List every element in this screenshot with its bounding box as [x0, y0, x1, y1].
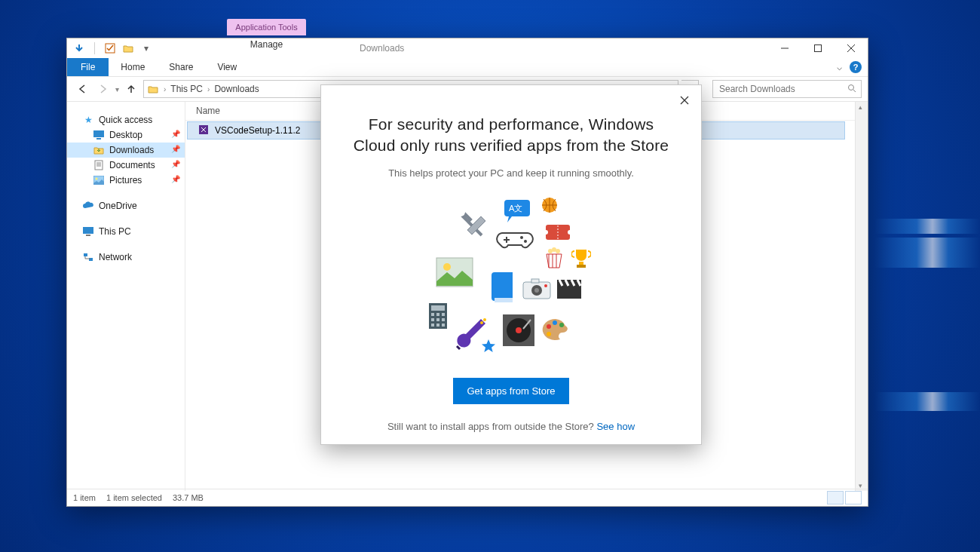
star-icon — [481, 339, 496, 354]
desktop-background: ▾ Application Tools Manage Downloads — [0, 0, 980, 552]
network-icon — [82, 253, 94, 262]
nav-item-label: Pictures — [109, 175, 142, 186]
svg-point-58 — [553, 320, 557, 325]
downloads-folder-icon — [147, 84, 159, 94]
vertical-scrollbar[interactable] — [855, 102, 868, 491]
thumbnails-view-button[interactable] — [845, 491, 862, 504]
view-toggle — [827, 491, 862, 504]
search-input[interactable] — [718, 83, 847, 95]
contextual-tab-manage[interactable]: Manage — [227, 35, 306, 54]
svg-rect-34 — [495, 298, 513, 302]
gamepad-icon — [496, 225, 534, 251]
svg-text:A文: A文 — [509, 204, 522, 213]
window-title: Downloads — [360, 43, 404, 54]
search-box[interactable] — [712, 80, 862, 98]
svg-rect-48 — [442, 318, 445, 321]
svg-rect-49 — [431, 324, 434, 327]
status-item-count: 1 item — [73, 493, 96, 502]
svg-point-39 — [544, 284, 547, 287]
properties-check-icon[interactable] — [104, 42, 116, 54]
desktop-icon — [93, 130, 105, 140]
app-file-icon — [198, 124, 209, 137]
maximize-button[interactable] — [801, 38, 835, 58]
nav-label: Quick access — [99, 115, 152, 125]
ribbon-tab-home[interactable]: Home — [109, 58, 157, 76]
recent-locations-icon[interactable]: ▾ — [115, 85, 119, 94]
store-only-apps-dialog: For security and performance, Windows Cl… — [320, 84, 702, 445]
folder-icon[interactable] — [122, 42, 134, 54]
minimize-button[interactable] — [768, 38, 801, 58]
qat-separator — [94, 42, 95, 54]
book-icon — [488, 272, 516, 304]
svg-point-12 — [96, 178, 98, 180]
svg-point-33 — [443, 263, 451, 271]
calculator-icon — [428, 302, 448, 330]
svg-point-22 — [524, 240, 527, 243]
ribbon-file-tab[interactable]: File — [67, 58, 109, 76]
svg-rect-7 — [95, 161, 103, 170]
ribbon-tab-view[interactable]: View — [205, 58, 249, 76]
decorative-light-bar — [874, 219, 980, 234]
down-arrow-icon[interactable] — [73, 42, 85, 54]
svg-rect-43 — [431, 313, 434, 316]
svg-point-52 — [480, 321, 483, 324]
back-button[interactable] — [73, 80, 91, 98]
dialog-graphic: A文 — [406, 197, 617, 363]
svg-point-29 — [556, 249, 560, 253]
svg-point-38 — [534, 288, 539, 293]
tools-icon — [458, 212, 490, 244]
navigation-pane: ★ Quick access Desktop 📌 Downloads 📌 — [67, 102, 185, 491]
ticket-icon — [545, 224, 571, 241]
nav-item-pictures[interactable]: Pictures 📌 — [67, 173, 185, 188]
quick-access-toolbar: ▾ — [67, 42, 152, 54]
chevron-right-icon[interactable]: › — [162, 85, 167, 94]
see-how-link[interactable]: See how — [596, 421, 635, 432]
pin-icon: 📌 — [171, 145, 180, 153]
svg-rect-6 — [96, 138, 101, 140]
svg-rect-46 — [431, 318, 434, 321]
svg-rect-15 — [84, 253, 87, 256]
nav-quick-access[interactable]: ★ Quick access — [67, 112, 185, 127]
status-selection-count: 1 item selected — [106, 493, 162, 502]
turntable-icon — [502, 314, 535, 347]
svg-rect-2 — [815, 45, 822, 52]
pin-icon: 📌 — [171, 160, 180, 168]
details-view-button[interactable] — [827, 491, 844, 504]
breadcrumb-this-pc[interactable]: This PC — [170, 84, 203, 94]
trophy-icon — [571, 248, 591, 269]
forward-button[interactable] — [94, 80, 112, 98]
svg-rect-13 — [83, 227, 93, 234]
basketball-icon — [541, 197, 558, 213]
dialog-close-button[interactable] — [675, 91, 694, 109]
decorative-light-bar — [874, 238, 980, 268]
nav-item-documents[interactable]: Documents 📌 — [67, 158, 185, 173]
pictures-icon — [93, 176, 105, 185]
up-button[interactable] — [122, 80, 140, 98]
nav-item-label: Desktop — [109, 130, 142, 140]
breadcrumb-downloads[interactable]: Downloads — [214, 84, 259, 94]
nav-network[interactable]: Network — [67, 250, 185, 265]
file-name: VSCodeSetup-1.11.2 — [215, 125, 300, 136]
ribbon-expand-icon[interactable]: ⌵ — [837, 62, 842, 72]
onedrive-icon — [82, 201, 94, 210]
svg-rect-45 — [442, 313, 445, 316]
svg-point-59 — [559, 323, 564, 327]
dialog-title: For security and performance, Windows Cl… — [344, 114, 678, 157]
nav-item-desktop[interactable]: Desktop 📌 — [67, 127, 185, 143]
svg-point-60 — [547, 332, 551, 336]
close-button[interactable] — [835, 38, 868, 58]
nav-onedrive[interactable]: OneDrive — [67, 198, 185, 213]
chat-bubble-icon: A文 — [500, 197, 534, 227]
chevron-right-icon[interactable]: › — [206, 85, 211, 94]
search-icon[interactable] — [847, 84, 856, 95]
svg-rect-51 — [442, 324, 445, 327]
get-apps-button[interactable]: Get apps from Store — [453, 378, 568, 404]
nav-this-pc[interactable]: This PC — [67, 224, 185, 239]
ribbon-tab-share[interactable]: Share — [157, 58, 205, 76]
nav-item-downloads[interactable]: Downloads 📌 — [67, 143, 185, 158]
help-icon[interactable]: ? — [850, 61, 862, 73]
nav-item-label: This PC — [99, 226, 131, 237]
popcorn-icon — [545, 247, 563, 269]
svg-rect-5 — [93, 130, 104, 137]
qat-overflow-icon[interactable]: ▾ — [140, 42, 152, 54]
